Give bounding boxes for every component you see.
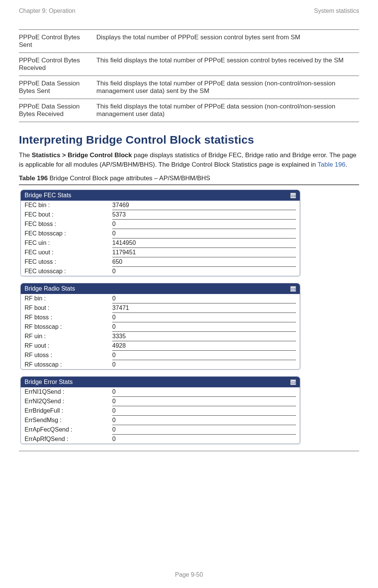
stat-row: ErrApRfQSend :0 <box>21 435 300 444</box>
stat-value: 5373 <box>112 210 296 220</box>
panel-header[interactable]: Bridge Radio Stats▭ <box>21 283 300 294</box>
bottom-rule <box>19 451 359 451</box>
stat-row: FEC uin :1414950 <box>21 238 300 248</box>
stat-value: 37471 <box>112 304 296 313</box>
stat-label: RF bin : <box>25 294 112 303</box>
definition-term: PPPoE Data Session Bytes Sent <box>19 76 96 99</box>
stat-row: RF utosscap :0 <box>21 360 300 369</box>
section-heading: Interpreting Bridge Control Block statis… <box>19 133 359 146</box>
stat-value: 0 <box>112 361 296 369</box>
stat-value: 0 <box>112 323 296 332</box>
definition-desc: This field displays the total number of … <box>96 53 359 76</box>
panel-title: Bridge Radio Stats <box>25 285 75 292</box>
stat-label: RF btoss : <box>25 313 112 322</box>
stat-label: ErrNI2QSend : <box>25 397 112 406</box>
definition-desc: Displays the total number of PPPoE sessi… <box>96 30 359 53</box>
stat-label: RF btosscap : <box>25 323 112 331</box>
definition-term: PPPoE Control Bytes Sent <box>19 30 96 53</box>
table-row: PPPoE Control Bytes ReceivedThis field d… <box>19 53 359 76</box>
stat-label: FEC utosscap : <box>25 267 112 276</box>
panel-title: Bridge Error Stats <box>25 379 73 385</box>
stat-value: 1414950 <box>112 239 296 248</box>
stat-label: FEC btoss : <box>25 220 112 229</box>
stat-label: RF uin : <box>25 332 112 341</box>
stat-row: ErrNI1QSend :0 <box>21 387 300 397</box>
stat-row: RF uout :4928 <box>21 341 300 351</box>
stat-row: RF utoss :0 <box>21 351 300 360</box>
stat-value: 0 <box>112 220 296 229</box>
stat-value: 0 <box>112 407 296 416</box>
collapse-icon[interactable]: ▭ <box>290 193 296 198</box>
stat-value: 1179451 <box>112 248 296 257</box>
para-text: The <box>19 152 32 159</box>
stat-value: 4928 <box>112 342 296 351</box>
stat-value: 3335 <box>112 332 296 341</box>
page-header: Chapter 9: Operation System statistics <box>19 8 359 14</box>
stat-label: ErrSendMsg : <box>25 416 112 425</box>
stat-label: FEC bout : <box>25 210 112 219</box>
stat-row: FEC bin :37469 <box>21 201 300 210</box>
stat-label: FEC bin : <box>25 201 112 210</box>
stat-row: FEC btoss :0 <box>21 220 300 229</box>
stat-row: ErrBridgeFull :0 <box>21 406 300 416</box>
stat-label: RF bout : <box>25 304 112 313</box>
stat-value: 0 <box>112 294 296 303</box>
panel-title: Bridge FEC Stats <box>25 192 71 199</box>
para-text: . <box>345 161 347 168</box>
stat-row: RF uin :3335 <box>21 332 300 341</box>
stat-value: 37469 <box>112 201 296 210</box>
stat-label: FEC utoss : <box>25 258 112 266</box>
table-reference-link[interactable]: Table 196 <box>318 161 345 168</box>
stat-label: FEC btosscap : <box>25 229 112 238</box>
definition-desc: This field displays the total number of … <box>96 99 359 122</box>
definition-term: PPPoE Control Bytes Received <box>19 53 96 76</box>
definition-desc: This field displays the total number of … <box>96 76 359 99</box>
stat-value: 0 <box>112 426 296 435</box>
stat-row: RF bout :37471 <box>21 303 300 313</box>
stat-label: ErrNI1QSend : <box>25 388 112 396</box>
stat-value: 0 <box>112 435 296 444</box>
stat-value: 650 <box>112 258 296 267</box>
table-row: PPPoE Data Session Bytes ReceivedThis fi… <box>19 99 359 122</box>
stat-value: 0 <box>112 313 296 322</box>
stat-row: FEC btosscap :0 <box>21 229 300 238</box>
stat-row: RF bin :0 <box>21 294 300 303</box>
panels-container: Bridge FEC Stats▭FEC bin :37469FEC bout … <box>19 190 359 444</box>
header-left: Chapter 9: Operation <box>19 8 75 14</box>
panel-body: RF bin :0RF bout :37471RF btoss :0RF bto… <box>21 294 300 369</box>
stat-label: ErrApFecQSend : <box>25 426 112 434</box>
stat-label: ErrApRfQSend : <box>25 435 112 444</box>
stat-label: ErrBridgeFull : <box>25 407 112 415</box>
definition-term: PPPoE Data Session Bytes Received <box>19 99 96 122</box>
stat-row: FEC bout :5373 <box>21 210 300 220</box>
panel-header[interactable]: Bridge Error Stats▭ <box>21 377 300 387</box>
stat-value: 0 <box>112 267 296 276</box>
para-bold: Statistics > Bridge Control Block <box>32 152 132 159</box>
panel-body: FEC bin :37469FEC bout :5373FEC btoss :0… <box>21 201 300 276</box>
stat-row: ErrSendMsg :0 <box>21 416 300 425</box>
stat-label: RF uout : <box>25 342 112 350</box>
header-right: System statistics <box>314 8 359 14</box>
stat-value: 0 <box>112 351 296 360</box>
caption-rest: Bridge Control Block page attributes – A… <box>48 175 210 182</box>
stat-value: 0 <box>112 388 296 397</box>
stat-row: ErrApFecQSend :0 <box>21 425 300 435</box>
stat-label: FEC uout : <box>25 248 112 257</box>
stat-row: FEC utosscap :0 <box>21 267 300 276</box>
caption-bold: Table 196 <box>19 175 48 182</box>
stat-label: FEC uin : <box>25 239 112 248</box>
collapse-icon[interactable]: ▭ <box>290 286 296 292</box>
stat-row: RF btosscap :0 <box>21 322 300 332</box>
stats-panel: Bridge Error Stats▭ErrNI1QSend :0ErrNI2Q… <box>20 376 300 444</box>
stat-value: 0 <box>112 229 296 238</box>
stat-value: 0 <box>112 397 296 406</box>
stat-value: 0 <box>112 416 296 425</box>
stat-row: FEC utoss :650 <box>21 257 300 267</box>
table-row: PPPoE Control Bytes SentDisplays the tot… <box>19 30 359 53</box>
panel-header[interactable]: Bridge FEC Stats▭ <box>21 190 300 201</box>
stats-panel: Bridge FEC Stats▭FEC bin :37469FEC bout … <box>20 190 300 276</box>
stat-row: FEC uout :1179451 <box>21 248 300 257</box>
definitions-table: PPPoE Control Bytes SentDisplays the tot… <box>19 29 359 122</box>
table-caption: Table 196 Bridge Control Block page attr… <box>19 175 359 182</box>
collapse-icon[interactable]: ▭ <box>290 379 296 385</box>
